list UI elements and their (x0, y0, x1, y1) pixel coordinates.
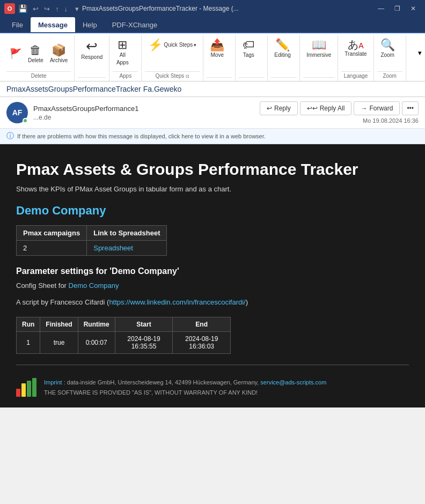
email-body: Pmax Assets & Groups Performance Tracker… (0, 144, 425, 407)
reply-button[interactable]: ↩ Reply (260, 101, 298, 115)
tab-message[interactable]: Message (31, 17, 75, 32)
quick-steps-icon: ⚡ (148, 39, 163, 51)
ribbon-group-editing: ✏️ Pmax Assets & Groups Performance Trac… (268, 35, 300, 81)
quick-steps-group-label: Quick Steps ⊡ (145, 71, 200, 81)
svg-rect-0 (16, 389, 20, 397)
close-button[interactable]: ✕ (406, 1, 421, 16)
tab-file[interactable]: File (4, 17, 31, 32)
reply-all-icon: ↩↩ (307, 105, 318, 112)
translate-button[interactable]: あA Translate (341, 38, 370, 59)
info-strip[interactable]: ⓘ If there are problems with how this me… (0, 129, 425, 144)
respond-group-label (78, 77, 106, 81)
email-scroll[interactable]: Pmax Assets & Groups Performance Tracker… (0, 144, 425, 504)
ribbon-group-zoom: 🔍 Zoom Zoom (374, 35, 406, 81)
sender-info: AF PmaxAssetsGroupsPerformance1 ...e.de (6, 102, 139, 123)
immersive-group-label (303, 77, 334, 81)
email-content: PmaxAssetsGroupsPerformanceTracker Fa.Ge… (0, 81, 425, 504)
redo-icon[interactable]: ↪ (44, 5, 50, 13)
down-icon[interactable]: ↓ (64, 5, 68, 13)
linkedin-link[interactable]: https://www.linkedin.com/in/francescocif… (109, 298, 245, 306)
flag-button[interactable]: 🚩 (6, 47, 25, 61)
immersive-icon: 📖 (312, 39, 326, 51)
ribbon-group-delete: 🚩 🗑 Delete 📦 Archive Delete (3, 35, 75, 81)
window-title: PmaxAssetsGroupsPerformanceTracker - Mes… (82, 5, 239, 12)
forward-button[interactable]: → Forward (354, 101, 400, 115)
app-window: O 💾 ↩ ↪ ↑ ↓ ▾ PmaxAssetsGroupsPerformanc… (0, 0, 425, 504)
editing-button[interactable]: ✏️ Pmax Assets & Groups Performance Trac… (271, 38, 294, 60)
ribbon-group-tags: 🏷 Tags (236, 35, 268, 81)
info-icon: ⓘ (6, 131, 14, 141)
start-col-header: Start (115, 317, 173, 332)
customize-icon[interactable]: ▾ (75, 5, 79, 13)
apps-icon: ⊞ (118, 39, 127, 51)
subject-bar: PmaxAssetsGroupsPerformanceTracker Fa.Ge… (0, 81, 425, 97)
tags-group-label (239, 77, 264, 81)
archive-button[interactable]: 📦 Archive (47, 43, 71, 65)
table-row: 2 Spreadsheet (17, 241, 167, 256)
zoom-group-label: Zoom (377, 71, 402, 81)
app-icon: O (4, 3, 15, 14)
footer-disclaimer: THE SOFTWARE IS PROVIDED "AS IS", WITHOU… (44, 389, 326, 396)
maximize-button[interactable]: ❐ (390, 1, 405, 16)
run-finished: true (40, 332, 78, 354)
delete-button[interactable]: 🗑 Delete (25, 43, 47, 65)
campaigns-table: Pmax campaigns Link to Spreadsheet 2 Spr… (16, 225, 167, 256)
tab-pdf-xchange[interactable]: PDF-XChange (105, 17, 165, 32)
ribbon-expand[interactable]: ▾ (418, 35, 422, 81)
zoom-button[interactable]: 🔍 Zoom (377, 38, 398, 60)
run-table-row: 1 true 0:00:07 2024-08-19 16:35:55 2024-… (17, 332, 231, 354)
sender-email: ...e.de (33, 114, 139, 121)
respond-button[interactable]: ↩ Respond (78, 38, 106, 62)
all-apps-button[interactable]: ⊞ All Apps (113, 38, 132, 68)
delete-icon: 🗑 (30, 45, 41, 56)
imprint-link[interactable]: Imprint (44, 379, 62, 386)
param-settings-title: Parameter settings for 'Demo Company' (16, 266, 409, 276)
tab-help[interactable]: Help (75, 17, 105, 32)
undo-icon[interactable]: ↩ (33, 5, 39, 13)
minimize-button[interactable]: — (373, 1, 389, 16)
run-start: 2024-08-19 16:35:55 (115, 332, 173, 354)
language-group-label: Language (341, 71, 370, 81)
reply-all-button[interactable]: ↩↩ Reply All (300, 101, 352, 115)
zoom-icon: 🔍 (380, 39, 395, 51)
immersive-button[interactable]: 📖 Immersive (303, 38, 334, 60)
reply-icon: ↩ (267, 105, 272, 112)
online-indicator (23, 118, 28, 123)
company-link[interactable]: Demo Company (16, 204, 409, 218)
email-subject: PmaxAssetsGroupsPerformanceTracker Fa.Ge… (6, 85, 181, 93)
up-icon[interactable]: ↑ (55, 5, 59, 13)
ribbon: 🚩 🗑 Delete 📦 Archive Delete ↩ Respond (0, 33, 425, 81)
ribbon-tabs: File Message Help PDF-XChange (0, 17, 425, 33)
svg-rect-3 (32, 378, 36, 397)
footer-imprint: Imprint : data-inside GmbH, Unterscheide… (44, 378, 326, 387)
respond-icon: ↩ (86, 39, 98, 53)
ribbon-group-move: 📤 Move (203, 35, 236, 81)
spreadsheet-cell: Spreadsheet (87, 241, 167, 256)
email-subtitle: Shows the KPIs of PMax Asset Groups in t… (16, 185, 409, 193)
config-company-link[interactable]: Demo Company (69, 281, 119, 290)
email-date: Mo 19.08.2024 16:36 (363, 117, 419, 124)
service-email-link[interactable]: service@ads-scripts.com (260, 379, 326, 386)
info-strip-text: If there are problems with how this mess… (17, 133, 266, 139)
ribbon-group-immersive: 📖 Immersive (300, 35, 338, 81)
tags-button[interactable]: 🏷 Tags (239, 38, 258, 60)
run-runtime: 0:00:07 (78, 332, 115, 354)
ribbon-group-apps: ⊞ All Apps Apps (109, 35, 142, 81)
footer-divider (16, 365, 409, 365)
sender-name: PmaxAssetsGroupsPerformance1 (33, 105, 139, 113)
save-icon[interactable]: 💾 (18, 4, 27, 13)
footer-logo (16, 378, 38, 397)
move-icon: 📤 (210, 39, 224, 51)
finished-col-header: Finished (40, 317, 78, 332)
email-main-title: Pmax Assets & Groups Performance Tracker (16, 160, 409, 179)
tags-icon: 🏷 (243, 39, 254, 51)
runtime-col-header: Runtime (78, 317, 115, 332)
quick-steps-button[interactable]: ⚡ Quick Steps ▾ (145, 38, 200, 53)
spreadsheet-link[interactable]: Spreadsheet (93, 244, 133, 252)
move-button[interactable]: 📤 Move (207, 38, 228, 60)
editing-group-label (271, 77, 296, 81)
svg-rect-2 (27, 381, 31, 397)
svg-rect-1 (21, 383, 26, 397)
apps-group-label: Apps (113, 71, 138, 81)
more-actions-button[interactable]: ••• (402, 101, 419, 115)
